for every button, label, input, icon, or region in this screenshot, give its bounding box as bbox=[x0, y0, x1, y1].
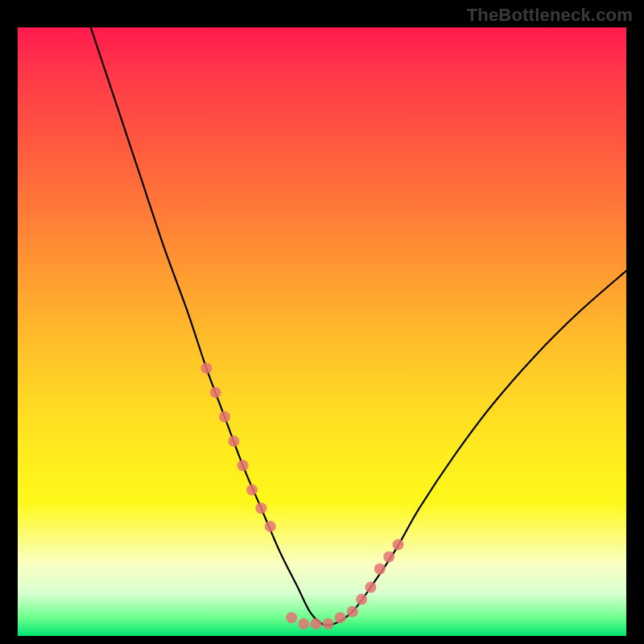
attribution-text: TheBottleneck.com bbox=[467, 5, 633, 26]
chart-background-gradient bbox=[18, 27, 626, 636]
chart-frame bbox=[16, 26, 628, 638]
